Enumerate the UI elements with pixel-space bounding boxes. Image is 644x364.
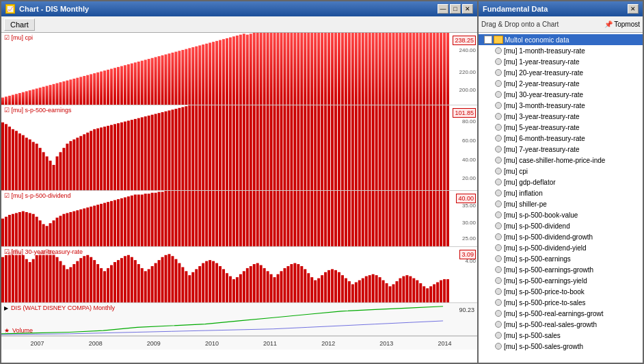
x-label-2013: 2013 — [379, 340, 393, 347]
svg-rect-361 — [331, 191, 334, 246]
tree-item-label: [mu] 7-year-treasury-rate — [504, 146, 580, 153]
tree-toggle[interactable]: − — [484, 36, 492, 44]
tree-list-item[interactable]: [mu] inflation — [479, 187, 643, 198]
tree-list-item[interactable]: [mu] s-p-500-dividend-growth — [479, 231, 643, 242]
svg-rect-417 — [72, 264, 75, 302]
tree-list-item[interactable]: [mu] 6-month-treasury-rate — [479, 133, 643, 144]
svg-rect-381 — [399, 191, 401, 246]
svg-rect-27 — [93, 73, 96, 105]
svg-rect-353 — [304, 191, 306, 246]
svg-rect-306 — [144, 194, 147, 246]
svg-rect-245 — [386, 105, 388, 190]
svg-rect-364 — [341, 191, 344, 246]
svg-rect-298 — [117, 199, 120, 246]
svg-rect-346 — [280, 191, 283, 246]
svg-rect-78 — [267, 33, 269, 105]
tree-list-item[interactable]: [mu] 3-year-treasury-rate — [479, 111, 643, 122]
tree-list-item[interactable]: [mu] 3-month-treasury-rate — [479, 100, 643, 111]
tree-list-item[interactable]: [mu] 1-month-treasury-rate — [479, 45, 643, 56]
svg-rect-280 — [56, 218, 59, 246]
svg-rect-229 — [331, 105, 334, 190]
svg-rect-430 — [117, 260, 120, 302]
svg-rect-369 — [358, 191, 361, 246]
close-button[interactable]: ✕ — [462, 4, 473, 14]
tree-list-item[interactable]: [mu] s-p-500-dividend-yield — [479, 242, 643, 253]
sp500e-y2: 60.00 — [462, 138, 476, 144]
tree-list-item[interactable]: [mu] s-p-500-price-to-sales — [479, 297, 643, 308]
svg-rect-162 — [103, 127, 106, 190]
tree-list-item[interactable]: [mu] s-p-500-earnings-yield — [479, 275, 643, 286]
circle-icon — [495, 124, 502, 131]
tree-container[interactable]: − Multol economic data [mu] 1-month-trea… — [479, 33, 643, 363]
tree-list-item[interactable]: [mu] s-p-500-earnings — [479, 253, 643, 264]
x-axis: 2007 2008 2009 2010 2011 2012 2013 2014 — [1, 336, 477, 350]
svg-rect-345 — [277, 191, 280, 246]
tree-item-label: [mu] cpi — [504, 168, 528, 175]
tree-folder-item[interactable]: − Multol economic data — [479, 34, 643, 45]
tree-list-item[interactable]: [mu] 5-year-treasury-rate — [479, 122, 643, 133]
svg-rect-389 — [426, 191, 429, 246]
tree-list-item[interactable]: [mu] s-p-500-real-earnings-growt — [479, 308, 643, 319]
tree-list-item[interactable]: [mu] s-p-500-earnings-growth — [479, 264, 643, 275]
svg-rect-175 — [148, 116, 150, 190]
svg-rect-44 — [151, 58, 154, 105]
svg-rect-519 — [419, 283, 422, 302]
tree-list-item[interactable]: [mu] s-p-500-sales-growth — [479, 341, 643, 352]
x-label-2011: 2011 — [263, 340, 277, 347]
svg-rect-423 — [93, 260, 96, 302]
svg-rect-497 — [345, 278, 347, 302]
svg-rect-176 — [151, 115, 154, 191]
fundamental-close-button[interactable]: ✕ — [628, 4, 639, 14]
svg-rect-54 — [185, 49, 187, 105]
tree-list-item[interactable]: [mu] 20-year-treasury-rate — [479, 67, 643, 78]
tree-list-item[interactable]: [mu] 7-year-treasury-rate — [479, 144, 643, 155]
tree-list-item[interactable]: [mu] case-shiller-home-price-inde — [479, 155, 643, 166]
svg-rect-141 — [32, 142, 35, 190]
svg-rect-5 — [18, 93, 21, 105]
svg-rect-186 — [185, 106, 187, 190]
svg-rect-120 — [409, 33, 412, 105]
tree-list-item[interactable]: [mu] s-p-500-dividend — [479, 220, 643, 231]
tree-list-item[interactable]: [mu] cpi — [479, 166, 643, 177]
tree-list-item[interactable]: [mu] gdp-deflator — [479, 177, 643, 187]
tree-list-item[interactable]: [mu] 2-year-treasury-rate — [479, 78, 643, 89]
svg-rect-30 — [103, 70, 106, 105]
svg-rect-277 — [46, 226, 49, 247]
svg-rect-427 — [107, 268, 109, 302]
svg-rect-158 — [90, 131, 92, 190]
svg-rect-75 — [256, 33, 259, 105]
svg-rect-64 — [219, 40, 222, 105]
tree-item-label: [mu] s-p-500-real-sales-growth — [504, 321, 597, 328]
tree-list-item[interactable]: [mu] 1-year-treasury-rate — [479, 56, 643, 67]
svg-rect-457 — [209, 260, 211, 302]
svg-rect-390 — [429, 191, 432, 246]
svg-rect-477 — [277, 274, 280, 302]
tree-list-item[interactable]: [mu] s-p-500-sales — [479, 330, 643, 341]
svg-rect-465 — [236, 277, 239, 302]
svg-rect-10 — [36, 88, 38, 105]
chart-title: Chart - DIS Monthly — [19, 5, 89, 13]
circle-icon — [495, 58, 502, 65]
tree-list-item[interactable]: [mu] shiller-pe — [479, 198, 643, 209]
svg-rect-43 — [148, 59, 150, 105]
tree-item-label: [mu] s-p-500-dividend-growth — [504, 233, 593, 241]
svg-rect-441 — [155, 263, 157, 302]
tree-list-item[interactable]: [mu] 30-year-treasury-rate — [479, 89, 643, 100]
svg-rect-136 — [15, 131, 18, 190]
svg-rect-513 — [399, 278, 401, 302]
svg-rect-413 — [59, 261, 62, 302]
svg-rect-287 — [79, 209, 82, 246]
topmost-button[interactable]: 📌 Topmost — [604, 21, 640, 28]
tree-list-item[interactable]: [mu] s-p-500-real-sales-growth — [479, 319, 643, 330]
svg-rect-366 — [348, 191, 351, 246]
minimize-button[interactable]: — — [438, 4, 448, 14]
tree-list-item[interactable]: [mu] s-p-500-book-value — [479, 209, 643, 220]
maximize-button[interactable]: □ — [450, 4, 461, 14]
chart-tab-button[interactable]: Chart — [4, 18, 35, 31]
tree-list-item[interactable]: [mu] s-p-500-price-to-book — [479, 286, 643, 297]
circle-icon — [495, 135, 502, 142]
svg-rect-326 — [212, 191, 215, 246]
svg-rect-237 — [358, 105, 361, 190]
svg-rect-273 — [32, 214, 35, 246]
pin-icon: 📌 — [604, 21, 613, 28]
